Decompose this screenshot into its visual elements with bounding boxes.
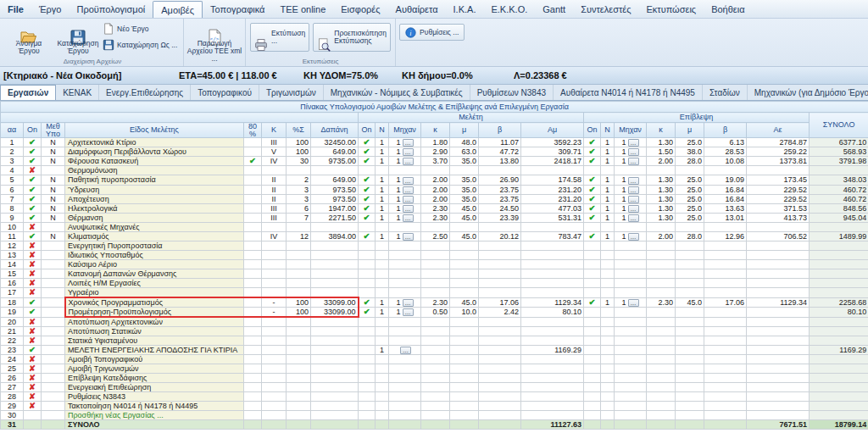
method-cell[interactable]: [42, 260, 65, 269]
meleti-n-cell[interactable]: [376, 288, 389, 298]
pct80-toggle[interactable]: [244, 327, 262, 336]
meleti-n-cell[interactable]: 1: [376, 138, 389, 147]
epivlepsi-engineer-cell[interactable]: 1…: [615, 138, 647, 147]
epivlepsi-n-cell[interactable]: [601, 411, 615, 420]
category-cell[interactable]: [262, 420, 287, 430]
method-cell[interactable]: [42, 308, 65, 318]
epivlepsi-on-toggle[interactable]: ✔: [584, 203, 601, 213]
menu-tab[interactable]: Βοήθεια: [704, 0, 752, 18]
meleti-engineer-cell[interactable]: 1…: [389, 308, 421, 318]
menu-tab[interactable]: Αμοιβές: [153, 1, 203, 18]
select-engineer-button[interactable]: …: [400, 347, 411, 354]
cost-cell[interactable]: [311, 288, 359, 298]
sigma-percent-cell[interactable]: [287, 346, 311, 355]
meleti-on-toggle[interactable]: [359, 166, 376, 175]
cost-cell[interactable]: 649.00: [311, 147, 359, 157]
row-enabled-toggle[interactable]: ✔: [24, 308, 42, 318]
meleti-engineer-cell[interactable]: 1…: [389, 203, 421, 213]
epivlepsi-on-toggle[interactable]: [584, 392, 601, 402]
save-as-button[interactable]: Καταχώρηση Ως ...: [103, 39, 181, 51]
meleti-n-cell[interactable]: 1: [376, 185, 389, 194]
pct80-toggle[interactable]: [244, 420, 262, 430]
row-enabled-toggle[interactable]: ✔: [24, 203, 42, 213]
menu-tab[interactable]: ΤΕΕ online: [272, 0, 333, 18]
row-enabled-toggle[interactable]: ✔: [24, 194, 42, 203]
generate-tee-xml-button[interactable]: </> Παραγωγή Αρχείου ΤΕΕ xml ...: [186, 19, 242, 63]
select-engineer-button[interactable]: …: [403, 214, 414, 222]
epivlepsi-engineer-cell[interactable]: [615, 374, 647, 383]
row-enabled-toggle[interactable]: ✔: [24, 185, 42, 194]
row-enabled-toggle[interactable]: [24, 411, 42, 420]
epivlepsi-n-cell[interactable]: 1: [601, 138, 615, 147]
cost-cell[interactable]: [311, 411, 359, 420]
sigma-percent-cell[interactable]: [287, 317, 311, 327]
meleti-on-toggle[interactable]: [359, 279, 376, 288]
print-preview-button[interactable]: Προεπισκόπηση Εκτύπωσης: [313, 23, 391, 52]
epivlepsi-on-toggle[interactable]: ✔: [584, 147, 601, 157]
method-cell[interactable]: [42, 166, 65, 175]
method-cell[interactable]: N: [42, 203, 65, 213]
method-cell[interactable]: [42, 355, 65, 364]
method-cell[interactable]: [42, 288, 65, 298]
cost-cell[interactable]: 973.50: [311, 185, 359, 194]
meleti-n-cell[interactable]: [376, 327, 389, 336]
epivlepsi-on-toggle[interactable]: [584, 336, 601, 346]
epivlepsi-on-toggle[interactable]: [584, 223, 601, 232]
meleti-engineer-cell[interactable]: 1…: [389, 175, 421, 185]
meleti-engineer-cell[interactable]: [389, 241, 421, 251]
epivlepsi-on-toggle[interactable]: [584, 402, 601, 411]
select-engineer-button[interactable]: …: [628, 186, 639, 194]
category-cell[interactable]: [262, 166, 287, 175]
sigma-percent-cell[interactable]: [287, 241, 311, 251]
pct80-toggle[interactable]: [244, 392, 262, 402]
menu-tab[interactable]: Τοπογραφικά: [203, 0, 272, 18]
row-enabled-toggle[interactable]: ✔: [24, 147, 42, 157]
epivlepsi-n-cell[interactable]: [601, 383, 615, 392]
epivlepsi-n-cell[interactable]: [601, 317, 615, 327]
meleti-n-cell[interactable]: [376, 223, 389, 232]
sigma-percent-cell[interactable]: [287, 336, 311, 346]
method-cell[interactable]: [42, 327, 65, 336]
select-engineer-button[interactable]: …: [628, 196, 639, 203]
sigma-percent-cell[interactable]: [287, 374, 311, 383]
meleti-n-cell[interactable]: [376, 260, 389, 269]
category-cell[interactable]: [262, 269, 287, 279]
epivlepsi-n-cell[interactable]: [601, 355, 615, 364]
pct80-toggle[interactable]: [244, 223, 262, 232]
epivlepsi-engineer-cell[interactable]: [615, 420, 647, 430]
sigma-percent-cell[interactable]: [287, 420, 311, 430]
meleti-on-toggle[interactable]: ✔: [359, 308, 376, 318]
print-button[interactable]: Εκτύπωση ...: [250, 23, 309, 52]
epivlepsi-on-toggle[interactable]: [584, 355, 601, 364]
meleti-on-toggle[interactable]: [359, 420, 376, 430]
meleti-engineer-cell[interactable]: …: [389, 346, 421, 355]
sigma-percent-cell[interactable]: [287, 383, 311, 392]
meleti-on-toggle[interactable]: ✔: [359, 232, 376, 241]
cost-cell[interactable]: 33099.00: [311, 297, 359, 308]
row-enabled-toggle[interactable]: ✘: [24, 374, 42, 383]
select-engineer-button[interactable]: …: [628, 299, 639, 307]
epivlepsi-on-toggle[interactable]: ✔: [584, 232, 601, 241]
meleti-engineer-cell[interactable]: [389, 327, 421, 336]
sigma-percent-cell[interactable]: [287, 223, 311, 232]
pct80-toggle[interactable]: [244, 279, 262, 288]
view-tab[interactable]: Τοπογραφικού: [191, 85, 259, 100]
epivlepsi-engineer-cell[interactable]: [615, 402, 647, 411]
meleti-n-cell[interactable]: [376, 279, 389, 288]
meleti-n-cell[interactable]: [376, 241, 389, 251]
row-enabled-toggle[interactable]: ✘: [24, 392, 42, 402]
epivlepsi-engineer-cell[interactable]: 1…: [615, 232, 647, 241]
category-cell[interactable]: [262, 223, 287, 232]
epivlepsi-n-cell[interactable]: [601, 327, 615, 336]
epivlepsi-n-cell[interactable]: [601, 288, 615, 298]
row-enabled-toggle[interactable]: ✘: [24, 223, 42, 232]
category-cell[interactable]: III: [262, 213, 287, 222]
cost-cell[interactable]: [311, 241, 359, 251]
pct80-toggle[interactable]: [244, 138, 262, 147]
epivlepsi-engineer-cell[interactable]: [615, 317, 647, 327]
meleti-engineer-cell[interactable]: [389, 251, 421, 260]
category-cell[interactable]: [262, 241, 287, 251]
pct80-toggle[interactable]: [244, 364, 262, 374]
select-engineer-button[interactable]: …: [403, 158, 414, 165]
select-engineer-button[interactable]: …: [403, 148, 414, 156]
